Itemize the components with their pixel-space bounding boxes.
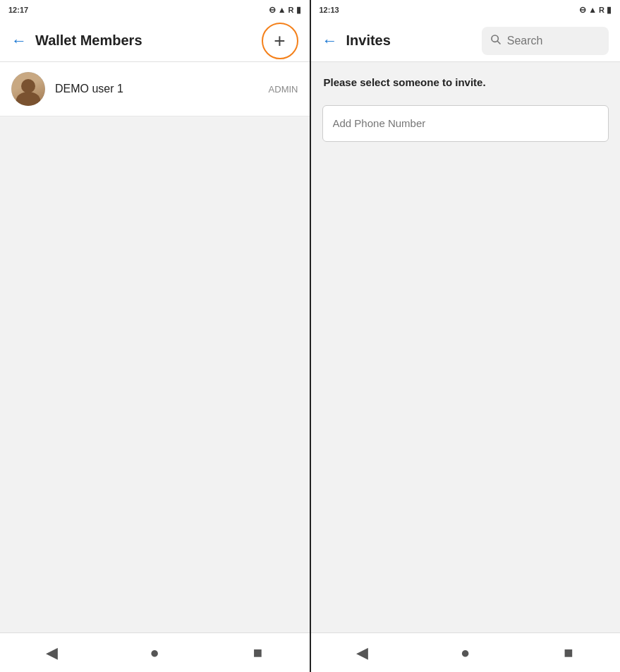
invite-prompt: Please select someone to invite. (311, 62, 621, 100)
left-screen: 12:17 ⊖ ▲ R ▮ ← Wallet Members + DEMO us… (0, 0, 310, 672)
battery-icon-r: ▮ (607, 5, 612, 15)
search-input[interactable] (507, 35, 600, 47)
nav-bar-right: ◀ ● ■ (311, 632, 621, 672)
avatar-image (11, 72, 45, 106)
wifi-icon: ▲ (278, 5, 286, 15)
invites-content: Please select someone to invite. (311, 62, 621, 632)
member-item[interactable]: DEMO user 1 ADMIN (0, 62, 310, 116)
search-box[interactable] (482, 27, 609, 55)
phone-input-box[interactable] (322, 105, 609, 142)
home-nav-icon[interactable]: ● (140, 639, 169, 667)
back-button-left[interactable]: ← (11, 32, 27, 50)
search-container (482, 27, 609, 55)
back-button-right[interactable]: ← (322, 32, 338, 50)
right-screen: 12:13 ⊖ ▲ R ▮ ← Invites (311, 0, 621, 672)
back-nav-icon[interactable]: ◀ (37, 639, 66, 667)
recents-nav-icon-r[interactable]: ■ (554, 639, 583, 667)
do-not-disturb-icon-r: ⊖ (579, 5, 586, 15)
wallet-members-app-bar: ← Wallet Members + (0, 20, 310, 62)
member-role: ADMIN (269, 84, 298, 95)
plus-icon: + (274, 31, 285, 51)
status-bar-right: 12:13 ⊖ ▲ R ▮ (311, 0, 621, 20)
members-list: DEMO user 1 ADMIN (0, 62, 310, 632)
wallet-members-title: Wallet Members (35, 32, 253, 49)
signal-icon: R (288, 6, 294, 14)
home-nav-icon-r[interactable]: ● (451, 639, 480, 667)
back-nav-icon-r[interactable]: ◀ (348, 639, 377, 667)
time-right: 12:13 (320, 6, 339, 14)
member-name: DEMO user 1 (55, 83, 259, 95)
do-not-disturb-icon: ⊖ (269, 5, 276, 15)
invites-app-bar: ← Invites (311, 20, 621, 62)
battery-icon: ▮ (296, 5, 301, 15)
wifi-icon-r: ▲ (588, 5, 597, 15)
time-left: 12:17 (8, 6, 28, 14)
search-icon (490, 34, 502, 48)
status-bar-left: 12:17 ⊖ ▲ R ▮ (0, 0, 310, 20)
svg-line-1 (497, 41, 500, 44)
recents-nav-icon[interactable]: ■ (243, 639, 272, 667)
signal-icon-r: R (599, 6, 604, 14)
avatar (11, 72, 45, 106)
nav-bar-left: ◀ ● ■ (0, 632, 310, 672)
add-member-button[interactable]: + (262, 23, 298, 59)
phone-number-input[interactable] (333, 117, 599, 129)
invites-title: Invites (346, 32, 473, 49)
phone-input-section (322, 105, 609, 142)
